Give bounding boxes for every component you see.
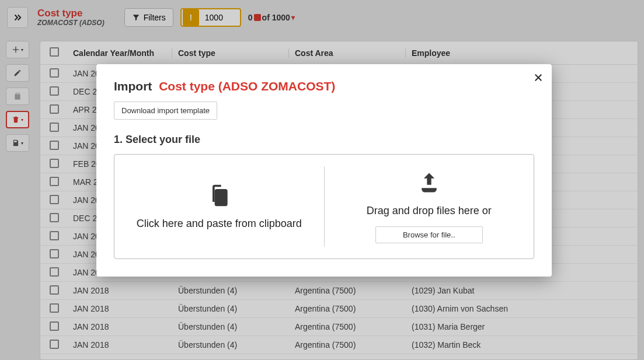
- caret-icon: ▾: [21, 47, 23, 53]
- paste-button[interactable]: [6, 88, 29, 105]
- plus-icon: [12, 46, 20, 54]
- paste-area[interactable]: Click here and paste from clipboard: [114, 155, 324, 258]
- modal-title: Import Cost type (ADSO ZOMACOST): [114, 79, 534, 93]
- cell-date: JAN 2018: [73, 286, 172, 295]
- cell-emp: (1031) Maria Berger: [406, 322, 628, 331]
- modal-title-prefix: Import: [114, 79, 152, 93]
- caret-icon: ▾: [21, 117, 23, 123]
- close-icon: [533, 72, 544, 83]
- drop-area[interactable]: Drag and drop files here or Browse for f…: [325, 155, 534, 258]
- count-of-text: of 1000: [262, 13, 290, 22]
- table-row[interactable]: JAN 2018Überstunden (4)Argentina (7500)(…: [40, 318, 638, 336]
- funnel-icon: [132, 13, 140, 22]
- row-checkbox[interactable]: [50, 267, 59, 277]
- row-checkbox[interactable]: [50, 321, 59, 331]
- row-checkbox[interactable]: [50, 86, 59, 96]
- cell-area: Argentina (7500): [289, 322, 406, 331]
- step-heading: 1. Select your file: [114, 134, 534, 146]
- page-title: Cost type: [37, 8, 105, 19]
- edit-button[interactable]: [6, 64, 29, 82]
- export-button[interactable]: ▾: [6, 134, 29, 152]
- col-header-area[interactable]: Cost Area: [289, 48, 406, 58]
- modal-title-entity: Cost type (ADSO ZOMACOST): [159, 79, 335, 93]
- col-header-type[interactable]: Cost type: [172, 48, 289, 58]
- row-count-input[interactable]: [200, 13, 235, 22]
- delete-button[interactable]: ▾: [6, 111, 29, 128]
- cell-type: Überstunden (4): [172, 322, 289, 331]
- save-icon: [12, 139, 20, 147]
- table-row[interactable]: JAN 2018Überstunden (4)Argentina (7500)(…: [40, 336, 638, 354]
- filters-button[interactable]: Filters: [124, 8, 173, 27]
- cell-date: JAN 2018: [73, 304, 172, 313]
- clipboard-paste-icon: [13, 92, 22, 100]
- browse-button[interactable]: Browse for file..: [375, 226, 483, 243]
- count-prefix: 0: [248, 13, 253, 22]
- row-checkbox[interactable]: [50, 303, 59, 313]
- add-button[interactable]: ▾: [6, 41, 29, 58]
- cell-type: Überstunden (4): [172, 286, 289, 295]
- row-checkbox[interactable]: [50, 213, 59, 222]
- cell-date: JAN 2018: [73, 340, 172, 349]
- row-checkbox[interactable]: [50, 159, 59, 168]
- row-checkbox[interactable]: [50, 141, 59, 150]
- drop-text: Drag and drop files here or: [367, 204, 492, 218]
- cell-area: Argentina (7500): [289, 340, 406, 349]
- row-checkbox[interactable]: [50, 340, 59, 349]
- clipboard-icon: [206, 183, 232, 208]
- table-header: Calendar Year/Month Cost type Cost Area …: [40, 41, 638, 65]
- pencil-icon: [13, 69, 22, 77]
- cell-emp: (1032) Martin Beck: [406, 340, 628, 349]
- expand-panel-button[interactable]: [7, 7, 28, 28]
- cell-emp: (1029) Jan Kubat: [406, 286, 628, 295]
- col-header-date[interactable]: Calendar Year/Month: [73, 48, 172, 58]
- chevron-right-double-icon: [12, 12, 23, 23]
- warning-icon: !: [183, 9, 199, 26]
- caret-icon: ▾: [21, 141, 23, 146]
- row-checkbox[interactable]: [50, 285, 59, 295]
- table-row[interactable]: JAN 2018Überstunden (4)Argentina (7500)(…: [40, 282, 638, 300]
- page-title-block: Cost type ZOMACOST (ADSO): [37, 8, 105, 27]
- cell-date: JAN 2018: [73, 322, 172, 331]
- table-row[interactable]: JAN 2018Überstunden (4)Argentina (7500)(…: [40, 300, 638, 318]
- row-checkbox[interactable]: [50, 249, 59, 258]
- cell-emp: (1030) Arnim von Sachsen: [406, 304, 628, 313]
- row-count-summary: 0 of 1000 ▾: [248, 13, 295, 22]
- upload-icon: [416, 170, 442, 195]
- row-checkbox[interactable]: [50, 123, 59, 132]
- left-tool-rail: ▾ ▾ ▾: [6, 41, 29, 152]
- chevron-down-icon[interactable]: ▾: [291, 13, 295, 22]
- cell-type: Überstunden (4): [172, 340, 289, 349]
- row-checkbox[interactable]: [50, 104, 59, 114]
- page-subtitle: ZOMACOST (ADSO): [37, 19, 105, 27]
- select-all-checkbox[interactable]: [50, 47, 59, 57]
- download-template-button[interactable]: Download import template: [114, 102, 217, 120]
- filters-label: Filters: [144, 13, 166, 22]
- row-count-field[interactable]: !: [180, 8, 241, 27]
- dropzone: Click here and paste from clipboard Drag…: [114, 154, 534, 259]
- top-bar: Cost type ZOMACOST (ADSO) Filters ! 0 of…: [0, 0, 644, 35]
- row-checkbox[interactable]: [50, 195, 59, 204]
- cell-area: Argentina (7500): [289, 286, 406, 295]
- trash-icon: [12, 116, 20, 124]
- cell-area: Argentina (7500): [289, 304, 406, 313]
- cell-type: Überstunden (4): [172, 304, 289, 313]
- import-modal: Import Cost type (ADSO ZOMACOST) Downloa…: [96, 64, 552, 277]
- row-checkbox[interactable]: [50, 177, 59, 186]
- paste-text: Click here and paste from clipboard: [137, 216, 302, 230]
- close-button[interactable]: [533, 72, 544, 83]
- col-header-emp[interactable]: Employee: [406, 48, 628, 58]
- row-checkbox[interactable]: [50, 231, 59, 240]
- row-checkbox[interactable]: [50, 68, 59, 78]
- selection-badge-icon: [254, 14, 261, 21]
